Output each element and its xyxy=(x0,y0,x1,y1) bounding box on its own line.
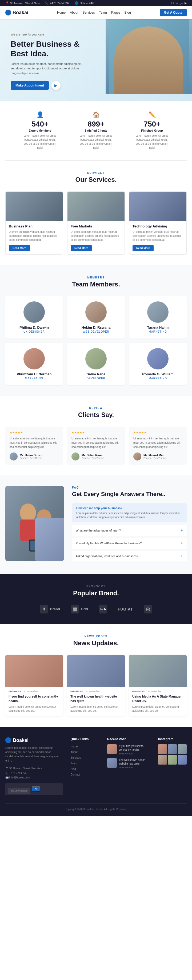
service-btn-3[interactable]: Read More xyxy=(133,245,154,251)
service-btn-1[interactable]: Read More xyxy=(9,245,30,251)
footer-bottom: Copyright ©2023 Boakai Theme. All Rights… xyxy=(5,803,187,811)
brand-4: FUGIAT xyxy=(118,607,133,611)
service-image-2 xyxy=(67,192,125,221)
navigation: Boakai Home About Services Team Pages Bl… xyxy=(0,6,192,19)
twitter-icon[interactable]: t xyxy=(173,2,174,5)
stat-experts-label: Expert Members xyxy=(23,129,57,132)
faq-section: FAQ Get Every Single Answers There.. How… xyxy=(0,476,192,574)
nav-services[interactable]: Services xyxy=(83,11,95,14)
footer-link-contact[interactable]: Contact xyxy=(71,773,80,776)
news-body-1: Business 30 November If you find yoursel… xyxy=(5,687,63,716)
author-avatar-3 xyxy=(133,452,141,460)
instagram-item-2[interactable] xyxy=(168,744,177,754)
team-avatar-6 xyxy=(147,348,168,369)
svg-point-6 xyxy=(133,40,141,59)
svg-point-13 xyxy=(141,60,156,67)
svg-point-8 xyxy=(141,52,145,55)
svg-rect-17 xyxy=(20,520,36,541)
nav-about[interactable]: About xyxy=(70,11,78,14)
svg-point-4 xyxy=(134,36,163,71)
brands-label: SPONSORS xyxy=(5,585,187,588)
service-body-1: Business Plan Ut enim ad minim veniam, q… xyxy=(6,221,63,255)
nav-logo[interactable]: Boakai xyxy=(5,10,28,16)
footer-quick-links: Quick Links Home About Services Team Blo… xyxy=(71,737,99,795)
testimonial-2: ★★★★★ Ut enim ad minim veniam quis that … xyxy=(67,426,125,465)
stat-experts-number: 540+ xyxy=(23,120,57,129)
service-title-3: Technology Advising xyxy=(133,224,183,228)
instagram-item-1[interactable] xyxy=(158,744,167,754)
team-role-6: MARKETING xyxy=(132,377,184,380)
nav-home[interactable]: Home xyxy=(57,11,66,14)
make-appointment-button[interactable]: Make Appointment xyxy=(11,81,49,90)
instagram-item-5[interactable] xyxy=(168,755,177,765)
service-text-2: Ut enim ad minim veniam, quis nostrud ex… xyxy=(71,230,121,242)
service-text-3: Ut enim ad minim veniam, quis nostrud ex… xyxy=(133,230,183,242)
faq-item-1[interactable]: What are the advantages of team? + xyxy=(72,525,187,536)
news-title-3: Using Media As A State Manager React JS. xyxy=(132,694,184,703)
facebook-icon[interactable]: f xyxy=(171,2,172,5)
footer-link-about[interactable]: About xyxy=(71,751,78,754)
services-title: Our Services. xyxy=(5,176,187,183)
footer-link-blog[interactable]: Blog xyxy=(71,767,76,770)
footer: Boakai Lorem ipsum dolor sit amet, conse… xyxy=(0,727,192,816)
hero-tagline: We are here for your care xyxy=(11,32,85,37)
linkedin-icon[interactable]: in xyxy=(176,2,178,5)
service-title-2: Free Markets xyxy=(71,224,121,228)
faq-item-2[interactable]: Powerfully flexible WordPress theme for … xyxy=(72,538,187,549)
finished-icon: ✏️ xyxy=(135,111,169,118)
nav-blog[interactable]: Blog xyxy=(125,11,131,14)
svg-rect-21 xyxy=(30,541,47,550)
news-meta-3: Business 30 November xyxy=(132,690,184,693)
footer-post-info-2: The well known health website has quite … xyxy=(119,758,150,769)
team-name-3: Tarana Halim xyxy=(132,325,184,329)
faq-item-3[interactable]: Asked organisations, institutes and busi… xyxy=(72,551,187,562)
footer-post-image-1 xyxy=(107,744,117,754)
team-avatar-2 xyxy=(85,301,107,323)
service-btn-2[interactable]: Read More xyxy=(71,245,92,251)
footer-address: 📍 96 Howard Street New York 📞 +476 7764 … xyxy=(5,766,63,780)
news-image-1 xyxy=(5,655,63,687)
team-role-1: UX DESIGNER xyxy=(8,330,60,333)
footer-cookie-notice: We use cookies Ok xyxy=(5,783,63,795)
nav-pages[interactable]: Pages xyxy=(111,11,120,14)
nav-team[interactable]: Team xyxy=(99,11,107,14)
footer-link-team[interactable]: Team xyxy=(71,762,77,765)
news-card-1: Business 30 November If you find yoursel… xyxy=(5,655,63,716)
play-button[interactable]: ▶ xyxy=(51,81,60,90)
author-name-1: Mr. Halim Duzen xyxy=(20,453,43,457)
author-avatar-2 xyxy=(71,452,79,460)
team-role-5: DEVELOPER xyxy=(70,377,122,380)
footer-description: Lorem ipsum dolor sit amet, consectetur … xyxy=(5,746,63,763)
cookie-text: We use cookies xyxy=(8,788,30,794)
faq-toggle-1: + xyxy=(181,528,183,533)
svg-point-9 xyxy=(152,52,156,55)
testimonials-title: Clients Say. xyxy=(5,411,187,418)
cookie-accept-button[interactable]: Ok xyxy=(32,786,40,792)
team-avatar-4 xyxy=(24,348,45,369)
get-quote-button[interactable]: Get A Quote xyxy=(160,9,187,16)
stars-1: ★★★★★ xyxy=(10,431,59,434)
footer-link-home[interactable]: Home xyxy=(71,745,78,748)
hero-buttons: Make Appointment ▶ xyxy=(11,81,98,90)
team-name-5: Salim Rana xyxy=(70,372,122,376)
svg-point-12 xyxy=(148,57,150,59)
instagram-item-3[interactable] xyxy=(178,744,187,754)
testimonials-grid: ★★★★★ Ut enim ad minim veniam quis that … xyxy=(5,426,187,465)
footer-post-date-1: 30 November xyxy=(119,752,150,755)
footer-grid: Boakai Lorem ipsum dolor sit amet, conse… xyxy=(5,737,187,795)
instagram-item-6[interactable] xyxy=(178,755,187,765)
hero-content: We are here for your care Better Busines… xyxy=(0,19,106,101)
phone-icon: 📞 xyxy=(45,2,49,5)
team-role-2: WEB DEVELOPER xyxy=(70,330,122,333)
footer-link-services[interactable]: Services xyxy=(71,756,81,759)
youtube-icon[interactable]: ▶ xyxy=(184,2,187,5)
copyright-text: Copyright ©2023 Boakai Theme. All Rights… xyxy=(65,808,127,811)
status-icon: 🌐 xyxy=(75,2,78,5)
hero-section: We are here for your care Better Busines… xyxy=(0,19,192,101)
clients-icon: 🏠 xyxy=(79,111,113,118)
news-title-1: If you find yourself to constantly heali… xyxy=(8,694,60,703)
svg-rect-19 xyxy=(36,524,51,546)
google-icon[interactable]: g+ xyxy=(179,2,183,5)
svg-point-5 xyxy=(134,33,163,50)
instagram-item-4[interactable] xyxy=(158,755,167,765)
